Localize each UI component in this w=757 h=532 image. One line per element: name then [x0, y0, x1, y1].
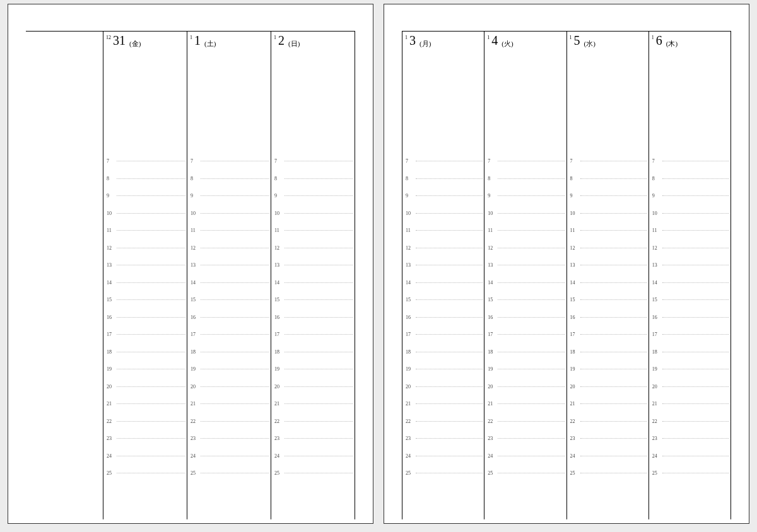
hour-line — [117, 213, 185, 214]
hour-label: 14 — [274, 280, 282, 286]
hour-label: 24 — [570, 453, 578, 459]
hour-row: 13 — [567, 257, 648, 274]
hour-row: 10 — [567, 205, 648, 223]
hour-row: 16 — [103, 309, 187, 327]
hour-line — [662, 265, 729, 265]
hour-row: 13 — [103, 257, 187, 274]
hour-line — [498, 334, 565, 335]
hour-label: 14 — [191, 280, 198, 286]
hour-row: 10 — [402, 205, 484, 223]
hour-row: 15 — [567, 291, 648, 309]
hour-line — [117, 195, 185, 196]
day-number: 31 — [113, 34, 126, 47]
hour-label: 12 — [191, 245, 198, 251]
hour-line — [117, 421, 185, 422]
hour-line — [498, 403, 565, 404]
hour-label: 9 — [570, 193, 578, 199]
hour-row: 22 — [103, 413, 187, 431]
hour-row: 14 — [484, 274, 566, 292]
hour-line — [662, 369, 729, 369]
hour-label: 16 — [107, 315, 114, 320]
hour-row: 23 — [187, 430, 271, 448]
hour-label: 21 — [406, 401, 413, 407]
hour-label: 24 — [274, 453, 282, 459]
hour-line — [580, 352, 647, 352]
hour-label: 24 — [107, 453, 114, 459]
hour-line — [285, 352, 353, 352]
day-columns: 13(月)78910111213141516171819202122232425… — [402, 32, 731, 519]
hour-label: 12 — [406, 245, 413, 251]
month-number: 12 — [106, 34, 113, 40]
hour-row: 9 — [484, 187, 566, 205]
hour-row: 13 — [402, 257, 484, 274]
hour-row: 16 — [402, 309, 484, 327]
hour-row: 25 — [402, 465, 484, 482]
hour-line — [580, 421, 647, 422]
hour-label: 16 — [488, 315, 495, 320]
hour-row: 19 — [103, 361, 187, 378]
hour-row: 21 — [271, 395, 355, 413]
notes-area — [484, 52, 566, 153]
hour-row: 17 — [402, 326, 484, 344]
hour-label: 18 — [191, 349, 198, 355]
hour-row: 20 — [187, 378, 271, 396]
day-header: 12(日) — [271, 32, 355, 52]
hour-label: 17 — [107, 332, 114, 337]
hour-row: 23 — [567, 430, 648, 448]
hour-label: 20 — [488, 384, 495, 390]
hour-line — [498, 438, 565, 439]
hour-line — [498, 230, 565, 231]
hour-label: 11 — [406, 228, 413, 233]
hour-line — [498, 473, 565, 473]
hour-row: 15 — [484, 291, 566, 309]
hour-line — [580, 438, 647, 439]
hour-row: 17 — [484, 326, 566, 344]
hour-line — [580, 386, 647, 387]
day-number: 4 — [491, 34, 498, 47]
hour-line — [201, 386, 269, 387]
hour-line — [662, 334, 729, 335]
month-number: 1 — [570, 34, 574, 40]
hour-label: 10 — [274, 211, 282, 216]
hour-label: 14 — [570, 280, 578, 286]
hour-row: 14 — [103, 274, 187, 292]
hour-row: 15 — [402, 291, 484, 309]
hour-row: 21 — [187, 395, 271, 413]
hour-line — [117, 248, 185, 248]
hour-line — [580, 230, 647, 231]
hour-label: 19 — [652, 366, 660, 372]
hour-line — [498, 265, 565, 265]
hour-label: 22 — [191, 419, 198, 424]
month-number: 1 — [190, 34, 194, 40]
hour-line — [416, 352, 483, 352]
hour-label: 23 — [406, 436, 413, 441]
month-number: 1 — [405, 34, 409, 40]
hour-line — [662, 317, 729, 318]
hour-line — [662, 213, 729, 214]
hour-row: 21 — [103, 395, 187, 413]
hour-label: 24 — [652, 453, 660, 459]
hour-label: 12 — [570, 245, 578, 251]
hour-line — [117, 352, 185, 352]
hour-line — [117, 178, 185, 179]
hour-label: 19 — [406, 366, 413, 372]
hour-label: 20 — [406, 384, 413, 390]
hour-row: 8 — [567, 170, 648, 188]
hour-row: 17 — [103, 326, 187, 344]
hour-line — [580, 161, 647, 161]
day-column: 11(土)78910111213141516171819202122232425 — [187, 32, 271, 519]
hour-label: 11 — [652, 228, 660, 233]
hour-label: 11 — [107, 228, 114, 233]
hour-label: 12 — [274, 245, 282, 251]
hour-row: 11 — [187, 222, 271, 240]
hour-line — [416, 438, 483, 439]
hour-line — [662, 352, 729, 352]
hour-row: 25 — [271, 465, 355, 482]
hour-label: 7 — [274, 158, 282, 164]
hour-line — [416, 195, 483, 196]
day-header: 13(月) — [402, 32, 484, 52]
hour-line — [662, 161, 729, 161]
hour-label: 11 — [488, 228, 495, 233]
hour-label: 17 — [274, 332, 282, 337]
hour-label: 22 — [652, 419, 660, 424]
